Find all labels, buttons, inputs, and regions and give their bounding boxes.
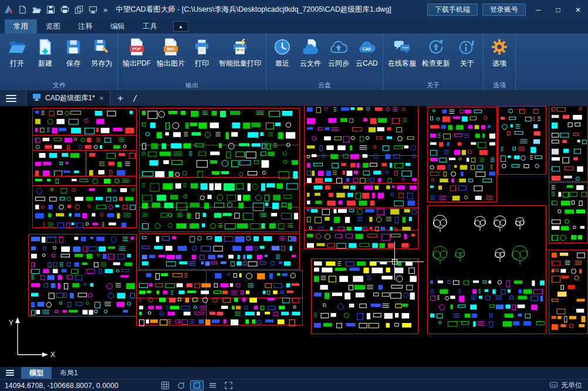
new-document-icon: [36, 37, 54, 57]
batch-printer-icon: [231, 37, 249, 57]
tab-view[interactable]: 览图: [37, 19, 69, 33]
options-button[interactable]: 选项: [485, 33, 513, 81]
open-button[interactable]: 打开: [3, 33, 31, 81]
ribbon-group-about: 在线客服 检查更新 关于 关于: [383, 33, 484, 90]
document-tab[interactable]: CAD超级图库1* ✕: [26, 90, 110, 106]
printer-icon: [193, 37, 211, 57]
print-icon[interactable]: [60, 5, 70, 15]
ribbon-collapse-button[interactable]: ▲: [173, 21, 188, 32]
triangle-up-icon: ▲: [178, 24, 183, 29]
open-folder-icon: [8, 37, 26, 57]
export-image-button[interactable]: IMG 输出图片: [154, 33, 188, 81]
button-label: 在线客服: [388, 59, 416, 69]
title-bar-actions: 下载手机端 登录账号 ─ □ ✕: [427, 4, 588, 16]
close-button[interactable]: ✕: [570, 6, 586, 14]
clock-icon: [273, 37, 291, 57]
layout-tab-model[interactable]: 模型: [21, 367, 52, 379]
minimize-button[interactable]: ─: [530, 6, 546, 14]
print-button[interactable]: 打印: [188, 33, 216, 81]
info-icon: [458, 37, 476, 57]
layout-menu-icon[interactable]: [6, 370, 14, 376]
group-label-cloud: 云盘: [268, 81, 381, 90]
save-button[interactable]: 保存: [59, 33, 87, 81]
svg-text:CAD: CAD: [363, 47, 371, 51]
save-icon: [65, 37, 82, 57]
button-label: 保存: [66, 59, 80, 69]
drawing-canvas[interactable]: [0, 106, 588, 367]
maximize-button[interactable]: □: [550, 6, 566, 14]
orbit-toggle[interactable]: [174, 380, 188, 390]
export-pdf-button[interactable]: PDF 输出PDF: [120, 33, 154, 81]
menu-icon[interactable]: [6, 95, 16, 102]
selection-box-toggle[interactable]: [190, 380, 204, 390]
app-logo: [4, 5, 13, 15]
save-as-button[interactable]: 另存为: [87, 33, 116, 81]
new-file-icon[interactable]: [18, 5, 28, 15]
button-label: 新建: [38, 59, 52, 69]
button-label: 最近: [275, 59, 289, 69]
status-toggles: [158, 380, 235, 390]
recent-button[interactable]: 最近: [268, 33, 296, 81]
fullscreen-toggle[interactable]: [222, 380, 235, 390]
more-tools-chevron-icon[interactable]: »: [103, 5, 107, 14]
save-file-icon[interactable]: [46, 5, 56, 15]
cloud-sync-button[interactable]: 云同步: [325, 33, 353, 81]
button-label: 云CAD: [356, 59, 377, 69]
list-menu-icon[interactable]: [206, 380, 219, 390]
login-button[interactable]: 登录账号: [482, 4, 526, 16]
ribbon-tab-bar: 常用 览图 注释 编辑 工具 ▲: [0, 19, 588, 33]
group-label-file: 文件: [3, 81, 116, 90]
units-display: 0.0 无单位: [549, 380, 588, 391]
smart-batch-print-button[interactable]: 智能批量打印: [216, 33, 264, 81]
button-label: 云同步: [328, 59, 349, 69]
gear-icon: [491, 37, 508, 57]
ribbon-group-output: PDF 输出PDF IMG 输出图片 打印 智能批量打印: [118, 33, 266, 90]
tab-tools[interactable]: 工具: [134, 19, 166, 33]
button-label: 关于: [460, 59, 474, 69]
group-label-options: 选项: [485, 81, 513, 90]
cloud-files-button[interactable]: 云文件: [296, 33, 325, 81]
copy-icon[interactable]: [74, 5, 84, 15]
pdf-document-icon: PDF: [128, 37, 146, 57]
drawing-area[interactable]: [0, 106, 588, 367]
document-tab-bar: CAD超级图库1* ✕ + /: [0, 90, 588, 106]
quick-access-toolbar: »: [4, 5, 107, 15]
button-label: 另存为: [91, 59, 112, 69]
image-document-icon: IMG: [162, 37, 180, 57]
close-tab-icon[interactable]: ✕: [99, 95, 104, 101]
save-as-icon: [93, 37, 110, 57]
button-label: 检查更新: [422, 59, 450, 69]
monitor-icon[interactable]: [88, 5, 98, 15]
svg-text:0.0: 0.0: [552, 383, 556, 386]
button-label: 选项: [492, 59, 506, 69]
online-service-button[interactable]: 在线客服: [385, 33, 419, 81]
title-bar: » 中望CAD看图大师 - [C:\Users\李海兵\Desktop\cadc…: [0, 0, 588, 19]
button-label: 云文件: [300, 59, 321, 69]
cloud-cad-button[interactable]: CAD 云CAD: [353, 33, 381, 81]
units-icon: 0.0: [549, 380, 558, 391]
button-label: 打开: [10, 59, 24, 69]
button-label: 输出PDF: [123, 59, 151, 69]
tab-annotate[interactable]: 注释: [69, 19, 102, 33]
cloud-cad-icon: CAD: [358, 37, 376, 57]
cloud-sync-icon: [330, 37, 347, 57]
check-update-button[interactable]: 检查更新: [419, 33, 453, 81]
status-bar: 14094.6708, -100668.8007, 0.0000 0.0 无单位: [0, 379, 588, 391]
coordinates-display: 14094.6708, -100668.8007, 0.0000: [0, 382, 138, 390]
tab-edit[interactable]: 编辑: [102, 19, 134, 33]
about-button[interactable]: 关于: [453, 33, 481, 81]
tab-common[interactable]: 常用: [5, 19, 37, 33]
new-tab-button[interactable]: +: [110, 93, 130, 104]
layout-tab-layout1[interactable]: 布局1: [52, 367, 86, 379]
grid-toggle[interactable]: [158, 380, 172, 390]
ribbon-group-cloud: 最近 云文件 云同步 CAD 云CAD 云盘: [266, 33, 383, 90]
update-arrows-icon: [427, 37, 445, 57]
svg-text:IMG: IMG: [167, 46, 175, 52]
download-mobile-button[interactable]: 下载手机端: [427, 4, 478, 16]
slash-decoration: /: [133, 93, 137, 103]
group-label-output: 输出: [120, 81, 264, 90]
new-button[interactable]: 新建: [31, 33, 59, 81]
button-label: 输出图片: [157, 59, 185, 69]
open-file-icon[interactable]: [32, 5, 42, 15]
group-label-about: 关于: [385, 81, 481, 90]
